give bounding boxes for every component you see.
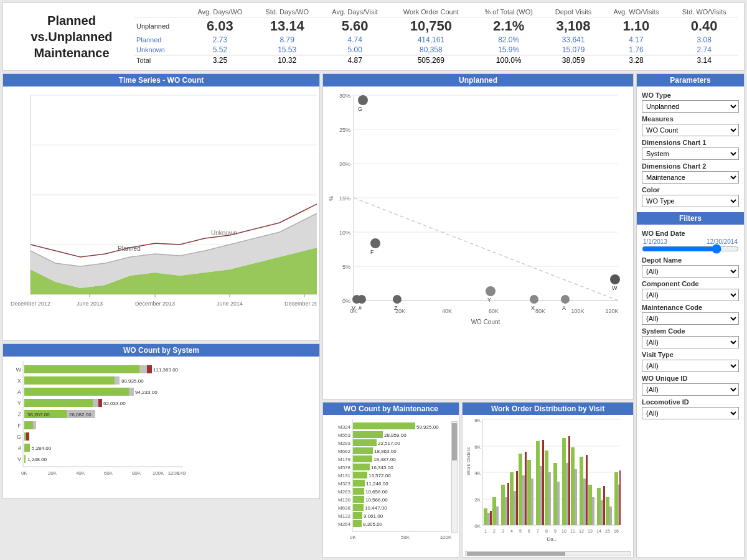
svg-text:10: 10 <box>561 529 566 533</box>
wo-count-system-panel: WO Count by System W 111,363.00 <box>2 343 320 499</box>
planned-std-wo: 3.08 <box>670 35 738 45</box>
date-slider[interactable] <box>642 246 739 251</box>
svg-text:80,935.00: 80,935.00 <box>121 378 144 384</box>
svg-rect-31 <box>26 432 29 441</box>
unplanned-std-wo: 0.40 <box>670 17 738 35</box>
system-code-select-wrapper[interactable]: (All) <box>642 336 739 348</box>
wo-type-select-wrapper[interactable]: Unplanned <box>642 100 739 113</box>
svg-text:6: 6 <box>528 529 530 533</box>
measures-select[interactable]: WO Count <box>642 124 739 136</box>
unplanned-avg-days: 6.03 <box>186 17 254 35</box>
svg-rect-108 <box>353 496 364 503</box>
bar-g-planned <box>24 432 26 441</box>
svg-text:14: 14 <box>596 529 601 533</box>
maint-scrollbar[interactable] <box>451 421 458 533</box>
time-series-body: Planned Unknown December 2012 June 2013 … <box>3 86 319 340</box>
dist-scrollbar[interactable] <box>465 551 631 556</box>
total-depot: 38,059 <box>545 55 602 66</box>
maintenance-code-select-wrapper[interactable]: (All) <box>642 312 739 325</box>
col-avg-days-wo: Avg. Days/WO <box>186 7 254 17</box>
svg-text:Work Orders: Work Orders <box>466 447 471 475</box>
locomotive-id-select[interactable]: (All) <box>642 407 739 419</box>
svg-text:9,061.00: 9,061.00 <box>364 513 383 519</box>
svg-rect-102 <box>353 480 365 487</box>
x-label-4: June 2014 <box>217 301 243 307</box>
svg-rect-105 <box>353 488 364 495</box>
col-std-wo-visits: Std. WO/Visits <box>670 7 738 17</box>
svg-text:M553: M553 <box>338 432 351 438</box>
svg-text:140K: 140K <box>177 470 186 476</box>
planned-label-chart: Planned <box>118 245 141 252</box>
svg-rect-149 <box>531 478 533 525</box>
svg-text:V: V <box>17 456 21 462</box>
unplanned-wo-count: 10,750 <box>390 17 472 35</box>
bottom-chart-row: WO Count by System W 111,363.00 <box>2 343 320 499</box>
svg-rect-137 <box>492 497 496 525</box>
dist-scrollbar-thumb[interactable] <box>467 552 565 556</box>
time-series-svg: Planned Unknown December 2012 June 2013 … <box>6 89 317 332</box>
center-bottom-row: WO Count by Maintenance M324 59,925.00 M… <box>322 402 634 558</box>
wo-count-system-body: W 111,363.00 X 80,935.00 A <box>3 357 319 498</box>
svg-rect-114 <box>353 512 362 519</box>
component-code-select-wrapper[interactable]: (All) <box>642 289 739 301</box>
svg-rect-139 <box>501 485 505 525</box>
svg-text:60K: 60K <box>104 470 113 476</box>
planned-std-days: 8.79 <box>254 35 320 45</box>
svg-rect-81 <box>353 422 415 429</box>
wo-type-label: WO Type <box>642 91 739 99</box>
svg-rect-145 <box>519 454 522 525</box>
visit-type-select-wrapper[interactable]: (All) <box>642 360 739 372</box>
planned-label: Planned <box>134 35 186 45</box>
svg-text:M324: M324 <box>338 424 351 430</box>
component-code-select[interactable]: (All) <box>642 289 739 301</box>
maint-scrollbar-thumb[interactable] <box>452 423 457 460</box>
unknown-avg-wo: 1.76 <box>602 45 671 55</box>
svg-text:94,233.00: 94,233.00 <box>135 390 157 395</box>
bar-a-planned <box>24 388 129 396</box>
wo-unique-id-select-wrapper[interactable]: (All) <box>642 383 739 396</box>
planned-avg-days: 2.73 <box>186 35 254 45</box>
svg-text:M578: M578 <box>338 465 351 470</box>
time-series-title: Time Series - WO Count <box>3 74 319 86</box>
dist-svg: 8K 6K 4K 2K 0K Work Orders <box>465 416 624 550</box>
svg-text:1: 1 <box>484 529 487 533</box>
svg-rect-168 <box>601 500 603 525</box>
svg-rect-21 <box>93 399 98 407</box>
svg-rect-140 <box>505 497 507 525</box>
depot-name-select-wrapper[interactable]: (All) <box>642 265 739 278</box>
svg-rect-154 <box>548 472 551 525</box>
visit-type-select[interactable]: (All) <box>642 360 739 372</box>
svg-text:18,487.00: 18,487.00 <box>374 457 396 462</box>
system-code-select[interactable]: (All) <box>642 336 739 348</box>
svg-text:50K: 50K <box>401 534 410 540</box>
svg-rect-170 <box>606 497 609 525</box>
svg-rect-117 <box>353 520 362 527</box>
dim-chart2-select-wrapper[interactable]: Maintenance <box>642 171 739 184</box>
unknown-depot: 15,079 <box>545 45 602 55</box>
dim-chart1-select-wrapper[interactable]: System <box>642 147 739 160</box>
header-section: Planned vs.UnplannedMaintenance Avg. Day… <box>2 2 745 71</box>
svg-rect-161 <box>575 469 577 525</box>
depot-name-select[interactable]: (All) <box>642 265 739 278</box>
planned-avg-visit: 4.74 <box>320 35 390 45</box>
stats-row-unknown: Unknown 5.52 15.53 5.00 80,358 15.9% 15,… <box>134 45 738 55</box>
locomotive-id-select-wrapper[interactable]: (All) <box>642 407 739 419</box>
wo-unique-id-select[interactable]: (All) <box>642 383 739 396</box>
dim-chart1-select[interactable]: System <box>642 147 739 160</box>
svg-text:6K: 6K <box>474 444 481 450</box>
svg-text:22,517.00: 22,517.00 <box>378 441 400 446</box>
total-avg-days: 3.25 <box>186 55 254 66</box>
color-select[interactable]: WO Type <box>642 195 739 207</box>
color-select-wrapper[interactable]: WO Type <box>642 195 739 207</box>
svg-rect-150 <box>536 441 540 525</box>
component-code-label: Component Code <box>642 280 739 287</box>
maintenance-code-select[interactable]: (All) <box>642 312 739 325</box>
measures-select-wrapper[interactable]: WO Count <box>642 124 739 136</box>
point-f <box>370 238 380 248</box>
dim-chart2-select[interactable]: Maintenance <box>642 171 739 184</box>
x-label-1: December 2012 <box>11 301 50 307</box>
svg-text:#: # <box>359 305 362 311</box>
svg-text:13: 13 <box>588 529 593 533</box>
wo-type-select[interactable]: Unplanned <box>642 100 739 113</box>
total-std-wo: 3.14 <box>670 55 738 66</box>
